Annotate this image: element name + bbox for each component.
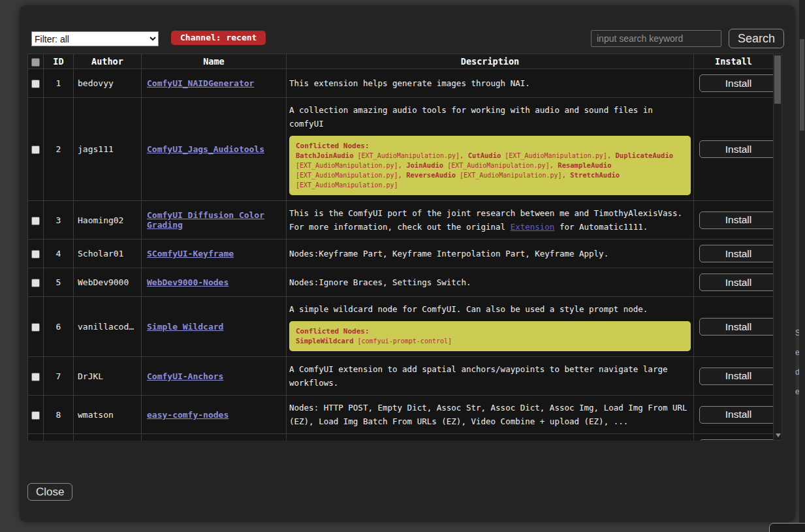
author-name: bedovyy [78,78,137,88]
filter-select[interactable]: Filter: all [31,31,159,46]
author-name: Scholar01 [78,249,137,258]
conflict-node-ref: [EXT_AudioManipulation.py] [354,152,460,159]
author-name: DrJKL [78,371,137,381]
conflict-title: Conflicted Nodes: [296,326,684,336]
row-checkbox[interactable] [31,250,40,258]
table-row: 9SoftMengComfyUI_Mexx_StylerNodes: Comfy… [28,434,774,441]
author-cell: bedovyy [74,69,142,98]
description-text: Nodes:Ignore Braces, Settings Switch. [289,275,691,289]
install-button[interactable]: Install [699,245,773,262]
install-button[interactable]: Install [699,274,773,291]
checkbox-cell [28,297,44,357]
extension-name-link[interactable]: ComfyUI-Anchors [147,371,223,381]
name-cell: ComfyUI_Jags_Audiotools [142,98,287,201]
row-checkbox[interactable] [31,80,40,88]
description-segment: Nodes:Ignore Braces, Settings Switch. [289,277,471,287]
page-scrollbar[interactable] [799,0,805,532]
description-cell: A ComfyUI extension to add spatial ancho… [287,357,694,396]
description-segment: A ComfyUI extension to add spatial ancho… [289,364,667,388]
column-header-author: Author [74,54,142,69]
page-scrollbar-thumb[interactable] [800,39,804,131]
conflict-node-ref: [EXT_AudioManipulation.py] [296,162,398,169]
scroll-down-arrow-icon[interactable] [776,433,781,437]
author-name: wmatson [78,410,137,420]
conflict-node-ref: [EXT_AudioManipulation.py] [296,181,398,189]
description-cell: Nodes:Keyframe Part, Keyframe Interpolat… [287,240,694,268]
install-cell: Install [694,268,774,297]
row-checkbox[interactable] [31,217,40,225]
description-cell: This extension helps generate images thr… [287,69,694,98]
conflict-node-name: ReverseAudio [406,171,456,179]
conflict-warning: Conflicted Nodes:BatchJoinAudio [EXT_Aud… [289,136,691,195]
search-button[interactable]: Search [729,29,784,48]
author-cell: Scholar01 [74,240,142,268]
conflict-node-name: SimpleWildcard [296,337,354,345]
search-input[interactable] [591,30,721,47]
extension-name-link[interactable]: WebDev9000-Nodes [147,277,229,287]
partial-button-bottom-right[interactable] [769,523,805,532]
description-cell: Nodes: ComfyUI Mexx Styler, ComfyUI Mexx… [287,434,694,441]
name-cell: ComfyUI Diffusion Color Grading [142,201,287,240]
id-cell: 7 [44,357,74,396]
install-button[interactable]: Install [699,439,773,441]
install-cell: Install [694,396,774,434]
description-cell: Nodes: HTTP POST, Empty Dict, Assoc Str,… [287,396,694,434]
row-checkbox[interactable] [31,323,40,332]
install-cell: Install [694,434,774,441]
table-scrollbar[interactable] [773,54,782,441]
description-segment: This extension helps generate images thr… [289,78,530,88]
row-checkbox[interactable] [31,373,40,381]
install-button[interactable]: Install [699,368,773,385]
author-cell: Haoming02 [74,201,142,240]
author-cell: wmatson [74,396,142,434]
table-row: 1bedovyyComfyUI_NAIDGeneratorThis extens… [28,69,774,98]
checkbox-cell [28,434,44,441]
author-cell: SoftMeng [74,434,142,441]
name-cell: ComfyUI_Mexx_Styler [142,434,287,441]
table-row: 6vanillacode314Simple WildcardA simple w… [28,297,774,357]
id-cell: 2 [44,98,74,201]
extension-name-link[interactable]: ComfyUI Diffusion Color Grading [147,210,264,230]
author-cell: DrJKL [74,357,142,396]
conflict-node-name: DuplicateAudio [616,151,674,159]
name-cell: Simple Wildcard [142,297,287,357]
install-button[interactable]: Install [699,211,773,229]
description-cell: This is the ComfyUI port of the joint re… [287,201,694,240]
extension-name-link[interactable]: ComfyUI_Jags_Audiotools [147,144,264,154]
channel-badge: Channel: recent [171,31,266,45]
name-cell: ComfyUI_NAIDGenerator [142,69,287,98]
id-cell: 9 [44,434,74,441]
extensions-table-body: 1bedovyyComfyUI_NAIDGeneratorThis extens… [28,69,774,441]
extension-name-link[interactable]: Simple Wildcard [147,322,223,332]
conflict-node-ref: [EXT_AudioManipulation.py] [501,152,607,159]
checkbox-cell [28,201,44,240]
install-button[interactable]: Install [699,318,773,336]
table-scrollbar-thumb[interactable] [774,55,781,104]
extension-name-link[interactable]: easy-comfy-nodes [147,410,229,420]
id-cell: 3 [44,201,74,240]
description-link[interactable]: Extension [511,222,555,232]
conflict-node-name: ResampleAudio [558,161,611,169]
install-button[interactable]: Install [699,74,773,92]
author-cell: jags111 [74,98,142,201]
author-name: Haoming02 [78,215,137,225]
extension-name-link[interactable]: SComfyUI-Keyframe [147,249,234,258]
name-cell: SComfyUI-Keyframe [142,240,287,268]
name-cell: WebDev9000-Nodes [142,268,287,297]
description-text: A ComfyUI extension to add spatial ancho… [289,362,691,390]
conflict-title: Conflicted Nodes: [296,141,684,151]
row-checkbox[interactable] [31,411,40,420]
author-cell: WebDev9000 [74,268,142,297]
close-button[interactable]: Close [27,483,72,501]
select-all-checkbox[interactable] [31,58,40,67]
install-button[interactable]: Install [699,406,773,424]
install-cell: Install [694,240,774,268]
row-checkbox[interactable] [31,146,40,154]
conflict-node-ref: [EXT_AudioManipulation.py] [296,172,398,179]
install-cell: Install [694,201,774,240]
extension-name-link[interactable]: ComfyUI_NAIDGenerator [147,78,254,88]
description-segment: Nodes:Keyframe Part, Keyframe Interpolat… [289,249,608,258]
id-cell: 1 [44,69,74,98]
install-button[interactable]: Install [699,140,773,158]
row-checkbox[interactable] [31,279,40,287]
